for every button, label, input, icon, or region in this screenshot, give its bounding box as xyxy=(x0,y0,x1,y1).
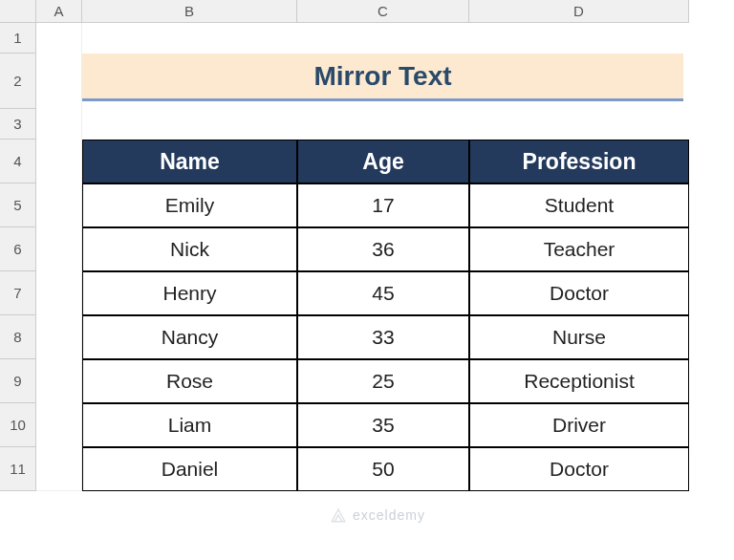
col-header-c[interactable]: C xyxy=(297,0,469,23)
row-header-4[interactable]: 4 xyxy=(0,140,36,183)
table-cell[interactable]: 45 xyxy=(297,271,469,315)
table-cell[interactable]: 35 xyxy=(297,403,469,447)
col-header-b[interactable]: B xyxy=(82,0,297,23)
table-cell[interactable]: Nancy xyxy=(82,315,297,359)
table-cell[interactable]: Nurse xyxy=(469,315,689,359)
row-header-6[interactable]: 6 xyxy=(0,227,36,271)
table-cell[interactable]: Liam xyxy=(82,403,297,447)
col-header-a[interactable]: A xyxy=(36,0,82,23)
table-cell[interactable]: Teacher xyxy=(469,227,689,271)
row-header-3[interactable]: 3 xyxy=(0,109,36,140)
table-cell[interactable]: Henry xyxy=(82,271,297,315)
table-cell[interactable]: Daniel xyxy=(82,447,297,491)
row-header-2[interactable]: 2 xyxy=(0,54,36,109)
row-header-8[interactable]: 8 xyxy=(0,315,36,359)
table-cell[interactable]: 17 xyxy=(297,183,469,227)
row-header-9[interactable]: 9 xyxy=(0,359,36,403)
cell-col-a[interactable] xyxy=(36,23,82,491)
row-header-11[interactable]: 11 xyxy=(0,447,36,491)
table-cell[interactable]: Doctor xyxy=(469,447,689,491)
table-header-age[interactable]: Age xyxy=(297,140,469,183)
spreadsheet-grid: A B C D 1 2 3 4 5 6 7 8 9 10 11 Mirror T… xyxy=(0,0,734,491)
table-cell[interactable]: 25 xyxy=(297,359,469,403)
table-header-name[interactable]: Name xyxy=(82,140,297,183)
row-header-5[interactable]: 5 xyxy=(0,183,36,227)
table-cell[interactable]: 33 xyxy=(297,315,469,359)
row-header-10[interactable]: 10 xyxy=(0,403,36,447)
table-cell[interactable]: Student xyxy=(469,183,689,227)
watermark-icon xyxy=(330,506,347,524)
select-all-corner[interactable] xyxy=(0,0,36,23)
title-cell[interactable]: Mirror Text xyxy=(82,54,683,101)
table-cell[interactable]: Emily xyxy=(82,183,297,227)
watermark: exceldemy xyxy=(330,506,425,524)
table-cell[interactable]: Doctor xyxy=(469,271,689,315)
table-header-profession[interactable]: Profession xyxy=(469,140,689,183)
table-cell[interactable]: 36 xyxy=(297,227,469,271)
table-cell[interactable]: Nick xyxy=(82,227,297,271)
row-header-1[interactable]: 1 xyxy=(0,23,36,54)
col-header-d[interactable]: D xyxy=(469,0,689,23)
watermark-text: exceldemy xyxy=(353,507,425,523)
table-cell[interactable]: Driver xyxy=(469,403,689,447)
table-cell[interactable]: 50 xyxy=(297,447,469,491)
table-cell[interactable]: Rose xyxy=(82,359,297,403)
row-header-7[interactable]: 7 xyxy=(0,271,36,315)
table-cell[interactable]: Receptionist xyxy=(469,359,689,403)
